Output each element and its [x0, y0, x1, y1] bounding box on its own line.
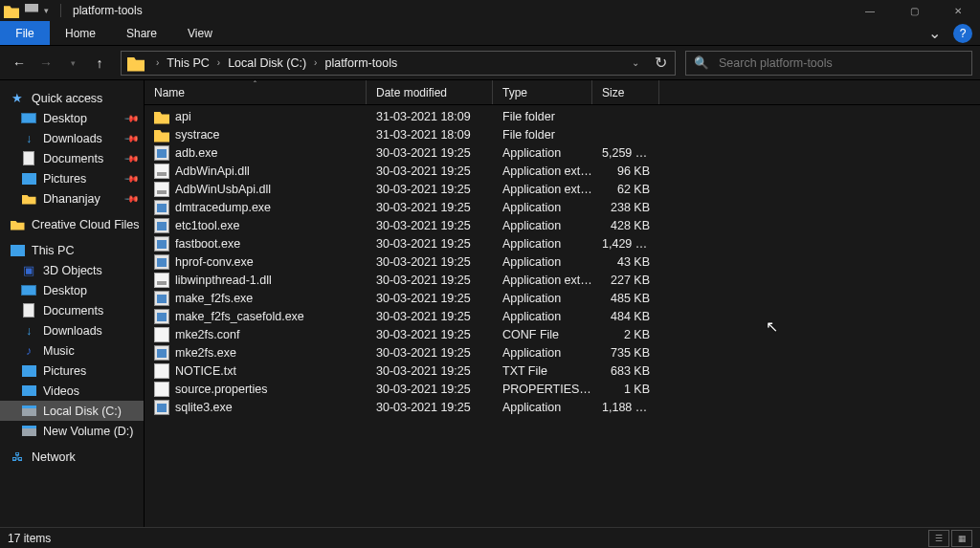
file-row[interactable]: fastboot.exe30-03-2021 19:25Application1…: [145, 234, 980, 252]
chevron-right-icon[interactable]: ›: [308, 57, 323, 68]
navigation-bar: ← → ▾ ↑ › This PC › Local Disk (C:) › pl…: [0, 46, 980, 80]
file-tab[interactable]: File: [0, 21, 50, 45]
file-row[interactable]: hprof-conv.exe30-03-2021 19:25Applicatio…: [145, 252, 980, 271]
sidebar-item-label: Downloads: [43, 324, 102, 338]
file-row[interactable]: mke2fs.conf30-03-2021 19:25CONF File2 KB: [145, 325, 980, 343]
tab-home[interactable]: Home: [50, 21, 111, 45]
breadcrumb-folder[interactable]: platform-tools: [323, 56, 399, 70]
file-date: 30-03-2021 19:25: [367, 401, 493, 414]
sidebar-item[interactable]: ↓Downloads📌: [0, 128, 144, 148]
address-bar[interactable]: › This PC › Local Disk (C:) › platform-t…: [121, 51, 676, 76]
sidebar-item[interactable]: Videos: [0, 381, 144, 401]
file-row[interactable]: source.properties30-03-2021 19:25PROPERT…: [145, 380, 980, 398]
file-row[interactable]: libwinpthread-1.dll30-03-2021 19:25Appli…: [145, 271, 980, 289]
search-icon: 🔍: [694, 55, 709, 70]
file-type: Application: [493, 346, 592, 360]
exe-icon: [154, 309, 169, 324]
details-view-button[interactable]: ☰: [928, 530, 949, 547]
minimize-button[interactable]: —: [848, 0, 892, 21]
file-type: Application: [493, 310, 592, 323]
qat-chevron-icon[interactable]: ▾: [44, 6, 49, 15]
column-type[interactable]: Type: [493, 80, 592, 104]
file-date: 30-03-2021 19:25: [367, 146, 493, 160]
file-row[interactable]: make_f2fs_casefold.exe30-03-2021 19:25Ap…: [145, 307, 980, 325]
recent-locations-icon[interactable]: ▾: [61, 52, 84, 75]
help-button[interactable]: ?: [953, 24, 972, 43]
file-date: 30-03-2021 19:25: [367, 292, 493, 305]
close-button[interactable]: ✕: [936, 0, 980, 21]
doc-icon: [21, 151, 36, 166]
qat-icon[interactable]: [25, 4, 38, 17]
exe-icon: [154, 291, 169, 306]
sidebar-item[interactable]: Documents: [0, 300, 144, 320]
file-row[interactable]: AdbWinApi.dll30-03-2021 19:25Application…: [145, 162, 980, 180]
exe-icon: [154, 236, 169, 252]
file-row[interactable]: mke2fs.exe30-03-2021 19:25Application735…: [145, 343, 980, 362]
sidebar-item[interactable]: ↓Downloads: [0, 320, 144, 340]
drive-icon: [21, 424, 36, 439]
forward-button[interactable]: →: [34, 52, 57, 75]
sidebar-item[interactable]: Desktop: [0, 280, 144, 300]
file-type: File folder: [493, 128, 592, 142]
column-size[interactable]: Size: [592, 80, 659, 104]
pin-icon: 📌: [124, 110, 140, 125]
pic-icon: [21, 171, 36, 186]
file-date: 30-03-2021 19:25: [367, 219, 493, 232]
sort-ascending-icon: ˆ: [254, 79, 256, 89]
refresh-button[interactable]: ↻: [646, 54, 675, 72]
file-row[interactable]: sqlite3.exe30-03-2021 19:25Application1,…: [145, 398, 980, 416]
file-type: Application exten...: [493, 274, 592, 287]
nav-network[interactable]: 🖧 Network: [0, 447, 144, 467]
file-type: CONF File: [493, 328, 592, 341]
search-input[interactable]: 🔍 Search platform-tools: [685, 51, 972, 76]
ribbon-tabs: File Home Share View ⌄ ?: [0, 21, 980, 46]
file-row[interactable]: etc1tool.exe30-03-2021 19:25Application4…: [145, 216, 980, 234]
file-size: 2 KB: [592, 328, 659, 341]
exe-icon: [154, 254, 169, 270]
ribbon-collapse-icon[interactable]: ⌄: [919, 21, 949, 45]
back-button[interactable]: ←: [8, 52, 31, 75]
file-name: etc1tool.exe: [175, 219, 239, 232]
sidebar-item[interactable]: New Volume (D:): [0, 421, 144, 441]
file-type: File folder: [493, 110, 592, 123]
file-row[interactable]: adb.exe30-03-2021 19:25Application5,259 …: [145, 143, 980, 162]
maximize-button[interactable]: ▢: [892, 0, 936, 21]
file-row[interactable]: systrace31-03-2021 18:09File folder: [145, 125, 980, 143]
sidebar-item[interactable]: Pictures📌: [0, 168, 144, 188]
breadcrumb-drive[interactable]: Local Disk (C:): [226, 56, 308, 70]
file-type: Application exten...: [493, 164, 592, 178]
nav-creative-cloud[interactable]: Creative Cloud Files: [0, 214, 144, 234]
sidebar-item[interactable]: Desktop📌: [0, 108, 144, 128]
music-icon: ♪: [21, 343, 36, 359]
sidebar-item[interactable]: Dhananjay📌: [0, 188, 144, 208]
icons-view-button[interactable]: ▦: [951, 530, 972, 547]
up-button[interactable]: ↑: [88, 52, 111, 75]
sidebar-item-label: Downloads: [43, 132, 102, 145]
nav-quick-access[interactable]: ★ Quick access: [0, 88, 144, 108]
tab-view[interactable]: View: [172, 21, 228, 45]
tab-share[interactable]: Share: [111, 21, 172, 45]
chevron-right-icon[interactable]: ›: [150, 57, 165, 68]
address-history-icon[interactable]: ⌄: [625, 57, 646, 68]
file-row[interactable]: NOTICE.txt30-03-2021 19:25TXT File683 KB: [145, 362, 980, 380]
column-date[interactable]: Date modified: [367, 80, 493, 104]
doc-icon: [21, 303, 36, 318]
sidebar-item[interactable]: ♪Music: [0, 340, 144, 361]
file-name: NOTICE.txt: [175, 364, 236, 378]
file-type: Application: [493, 201, 592, 214]
column-name[interactable]: ˆ Name: [145, 80, 367, 104]
nav-this-pc[interactable]: This PC: [0, 240, 144, 260]
file-row[interactable]: AdbWinUsbApi.dll30-03-2021 19:25Applicat…: [145, 180, 980, 198]
sidebar-item-label: Desktop: [43, 284, 87, 297]
sidebar-item[interactable]: Documents📌: [0, 148, 144, 168]
user-icon: [21, 191, 36, 207]
file-row[interactable]: dmtracedump.exe30-03-2021 19:25Applicati…: [145, 198, 980, 216]
chevron-right-icon[interactable]: ›: [212, 57, 226, 68]
file-row[interactable]: api31-03-2021 18:09File folder: [145, 107, 980, 125]
sidebar-item[interactable]: ▣3D Objects: [0, 260, 144, 280]
file-row[interactable]: make_f2fs.exe30-03-2021 19:25Application…: [145, 289, 980, 307]
sidebar-item[interactable]: Local Disk (C:): [0, 401, 144, 421]
breadcrumb-this-pc[interactable]: This PC: [165, 56, 211, 70]
file-date: 30-03-2021 19:25: [367, 183, 493, 196]
sidebar-item[interactable]: Pictures: [0, 361, 144, 381]
